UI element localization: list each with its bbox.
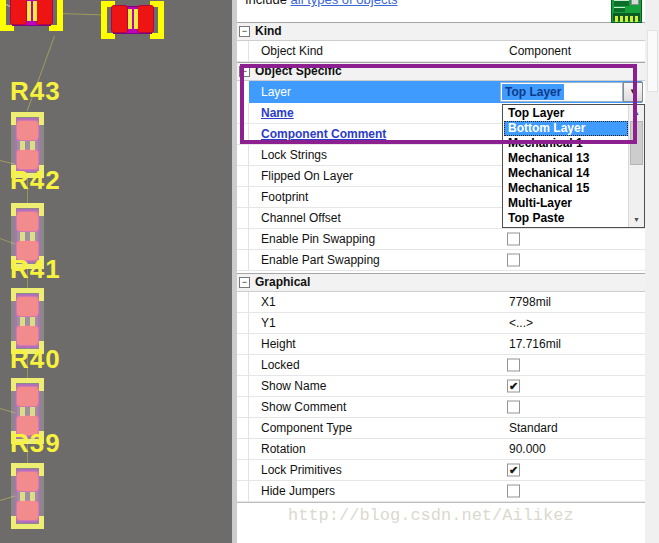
dropdown-item[interactable]: Multi-Layer: [504, 196, 628, 211]
row-value: 17.716mil: [509, 337, 561, 351]
dropdown-scrollbar[interactable]: ▲ ▼: [628, 105, 644, 227]
row-hide-jumpers[interactable]: Hide Jumpers: [237, 481, 645, 502]
collapse-icon[interactable]: −: [239, 26, 250, 37]
row-label: Layer: [261, 85, 291, 99]
row-object-kind[interactable]: Object Kind Component: [237, 41, 645, 62]
icon-pin: [635, 16, 638, 22]
scroll-down-icon[interactable]: ▼: [629, 212, 644, 227]
designator-label[interactable]: R40: [10, 346, 61, 372]
checkbox-checked[interactable]: ✔: [507, 380, 520, 393]
row-label: Show Name: [261, 379, 326, 393]
section-title: Object Specific: [255, 64, 342, 78]
section-title: Kind: [255, 24, 282, 38]
dropdown-item[interactable]: Top Paste: [504, 211, 628, 226]
row-value: Component: [509, 44, 571, 58]
pad[interactable]: [10, 0, 27, 25]
dropdown-item[interactable]: Top Layer: [504, 106, 628, 121]
row-rotation[interactable]: Rotation 90.000: [237, 439, 645, 460]
designator-label[interactable]: R41: [10, 256, 61, 282]
row-label: Footprint: [261, 190, 308, 204]
row-show-name[interactable]: Show Name ✔: [237, 376, 645, 397]
combobox-value: Top Layer: [502, 84, 564, 100]
row-value: 7798mil: [509, 295, 551, 309]
designator-label[interactable]: R39: [10, 430, 61, 456]
row-enable-pin-swapping[interactable]: Enable Pin Swapping: [237, 229, 645, 250]
checkbox[interactable]: [507, 359, 520, 372]
pad[interactable]: [137, 5, 154, 33]
combobox-dropdown-button[interactable]: ▼: [623, 82, 643, 102]
scrollbar-thumb[interactable]: [630, 121, 643, 165]
row-x1[interactable]: X1 7798mil: [237, 292, 645, 313]
pcb-editor-view[interactable]: R43 R42 R41 R40 R39: [0, 0, 232, 543]
pad[interactable]: [111, 5, 128, 33]
row-label: X1: [261, 295, 276, 309]
ratsnest-line: [60, 13, 106, 16]
row-label: Enable Part Swapping: [261, 253, 380, 267]
row-label: Enable Pin Swapping: [261, 232, 375, 246]
section-header-graphical[interactable]: − Graphical: [237, 273, 645, 292]
name-link[interactable]: Name: [261, 106, 294, 120]
dropdown-item[interactable]: Mechanical 14: [504, 166, 628, 181]
row-label: Height: [261, 337, 296, 351]
row-label: Lock Primitives: [261, 463, 342, 477]
section-header-object-specific[interactable]: − Object Specific: [237, 62, 645, 81]
dropdown-item-selected[interactable]: Bottom Layer: [504, 121, 628, 136]
scroll-up-icon[interactable]: ▲: [629, 105, 644, 120]
row-label: Flipped On Layer: [261, 169, 353, 183]
designator-label[interactable]: R43: [10, 78, 61, 104]
component-footprint[interactable]: [0, 0, 63, 31]
dropdown-item[interactable]: Mechanical 1: [504, 136, 628, 151]
row-locked[interactable]: Locked: [237, 355, 645, 376]
checkbox[interactable]: [507, 485, 520, 498]
silkscreen-stripe: [134, 9, 138, 29]
section-header-kind[interactable]: − Kind: [237, 22, 645, 41]
collapse-icon[interactable]: −: [239, 66, 250, 77]
icon-chip: [631, 0, 639, 5]
watermark-text: http://blog.csdn.net/Ailikez: [288, 506, 653, 525]
row-lock-primitives[interactable]: Lock Primitives ✔: [237, 460, 645, 481]
dropdown-item[interactable]: Mechanical 15: [504, 181, 628, 196]
section-title: Graphical: [255, 275, 310, 289]
row-layer-selected[interactable]: Layer Top Layer ▼: [237, 81, 645, 103]
row-component-type[interactable]: Component Type Standard: [237, 418, 645, 439]
row-enable-part-swapping[interactable]: Enable Part Swapping: [237, 250, 645, 271]
silkscreen-stripe: [33, 1, 37, 21]
grid-bottom-border: [237, 502, 645, 503]
silkscreen-stripe: [128, 9, 132, 29]
component-footprint-r39[interactable]: [11, 463, 44, 529]
row-label: Y1: [261, 316, 276, 330]
row-label: Lock Strings: [261, 148, 327, 162]
dropdown-item[interactable]: Mechanical 13: [504, 151, 628, 166]
silkscreen-stripe: [27, 1, 31, 21]
icon-pin: [620, 16, 623, 22]
filter-bar: Include all types of objects: [237, 0, 645, 11]
background-panel-edge: [647, 30, 658, 92]
icon-pin: [615, 16, 618, 22]
row-y1[interactable]: Y1 <...>: [237, 313, 645, 334]
row-value: <...>: [509, 316, 533, 330]
component-footprint[interactable]: [101, 1, 164, 39]
designator-label[interactable]: R42: [10, 167, 61, 193]
checkbox-checked[interactable]: ✔: [507, 464, 520, 477]
layer-combobox[interactable]: Top Layer: [500, 82, 623, 102]
icon-chip: [614, 7, 625, 12]
row-label: Hide Jumpers: [261, 484, 335, 498]
component-comment-link[interactable]: Component Comment: [261, 127, 386, 141]
row-label: Object Kind: [261, 44, 323, 58]
inspector-panel: Include all types of objects − Kind Obje…: [237, 0, 645, 543]
collapse-icon[interactable]: −: [239, 277, 250, 288]
checkbox[interactable]: [507, 233, 520, 246]
row-label: Component Type: [261, 421, 352, 435]
checkbox[interactable]: [507, 401, 520, 414]
pcb-board-icon: [611, 0, 642, 23]
row-label: Show Comment: [261, 400, 346, 414]
all-types-of-objects-link[interactable]: all types of objects: [291, 0, 398, 7]
icon-pin: [630, 16, 633, 22]
row-label: Channel Offset: [261, 211, 341, 225]
icon-chip: [614, 0, 629, 6]
row-height[interactable]: Height 17.716mil: [237, 334, 645, 355]
row-value: Standard: [509, 421, 558, 435]
pad[interactable]: [36, 0, 53, 25]
checkbox[interactable]: [507, 254, 520, 267]
row-show-comment[interactable]: Show Comment: [237, 397, 645, 418]
